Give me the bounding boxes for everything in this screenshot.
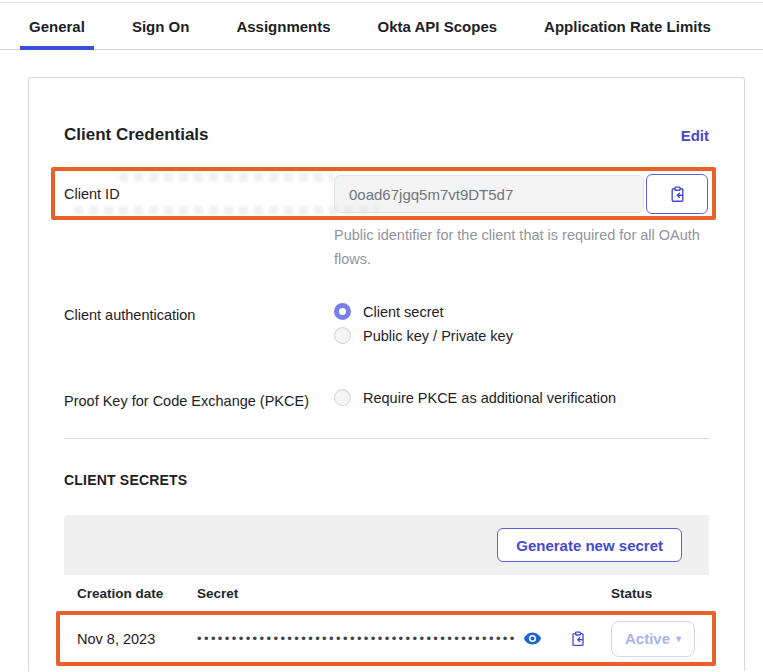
checkbox-unchecked-icon — [334, 389, 351, 406]
client-id-label: Client ID — [64, 186, 334, 202]
column-header-creation-date: Creation date — [64, 586, 197, 601]
client-secrets-heading: CLIENT SECRETS — [64, 472, 709, 488]
generate-new-secret-button[interactable]: Generate new secret — [497, 528, 682, 562]
clipboard-copy-icon — [570, 631, 586, 647]
tab-label: Okta API Scopes — [378, 18, 498, 35]
table-toolbar: Generate new secret — [64, 515, 709, 575]
column-header-status: Status — [611, 586, 709, 601]
blurred-redaction-artifact — [74, 206, 379, 215]
copy-secret-button[interactable] — [570, 631, 586, 647]
tab-application-rate-limits[interactable]: Application Rate Limits — [535, 3, 720, 49]
tab-sign-on[interactable]: Sign On — [123, 3, 199, 49]
client-authentication-options: Client secret Public key / Private key — [334, 297, 513, 344]
tab-label: Assignments — [236, 18, 330, 35]
app-tabbar: General Sign On Assignments Okta API Sco… — [0, 2, 763, 50]
client-id-help: Public identifier for the client that is… — [334, 223, 726, 271]
reveal-secret-button[interactable] — [523, 631, 542, 646]
tab-okta-api-scopes[interactable]: Okta API Scopes — [369, 3, 507, 49]
client-id-help-row: Public identifier for the client that is… — [334, 223, 726, 271]
tab-label: Sign On — [132, 18, 190, 35]
radio-label: Client secret — [363, 304, 444, 320]
table-header-row: Creation date Secret Status — [64, 575, 709, 613]
column-header-secret: Secret — [197, 586, 611, 601]
pkce-row: Proof Key for Code Exchange (PKCE) Requi… — [64, 383, 709, 409]
clipboard-copy-icon — [669, 186, 686, 203]
tab-label: Application Rate Limits — [544, 18, 711, 35]
client-secrets-table: Generate new secret Creation date Secret… — [64, 515, 709, 665]
section-divider — [64, 438, 709, 439]
radio-client-secret[interactable]: Client secret — [334, 303, 513, 320]
checkbox-require-pkce[interactable]: Require PKCE as additional verification — [334, 383, 616, 406]
radio-selected-icon — [334, 303, 351, 320]
chevron-down-icon: ▾ — [676, 634, 681, 644]
tab-general[interactable]: General — [20, 3, 94, 49]
masked-secret-value: ••••••••••••••••••••••••••••••••••••••••… — [197, 632, 517, 645]
section-title: Client Credentials — [64, 125, 209, 145]
radio-unselected-icon — [334, 327, 351, 344]
checkbox-label: Require PKCE as additional verification — [363, 390, 616, 406]
general-settings-panel: Client Credentials Edit Client ID Public… — [28, 77, 745, 671]
status-badge: Active — [625, 630, 670, 647]
client-id-input[interactable] — [334, 175, 644, 213]
secret-cell: ••••••••••••••••••••••••••••••••••••••••… — [197, 631, 611, 647]
status-cell: Active ▾ — [611, 621, 709, 657]
creation-date-cell: Nov 8, 2023 — [64, 631, 197, 647]
secret-table-row: Nov 8, 2023 ••••••••••••••••••••••••••••… — [64, 613, 709, 665]
radio-label: Public key / Private key — [363, 328, 513, 344]
tab-label: General — [29, 18, 85, 35]
pkce-label: Proof Key for Code Exchange (PKCE) — [64, 383, 334, 409]
eye-icon — [523, 631, 542, 646]
client-authentication-label: Client authentication — [64, 297, 334, 323]
client-authentication-row: Client authentication Client secret Publ… — [64, 297, 709, 344]
client-id-row: Client ID — [64, 174, 709, 214]
radio-public-private-key[interactable]: Public key / Private key — [334, 327, 513, 344]
client-credentials-header: Client Credentials Edit — [64, 125, 709, 145]
edit-link[interactable]: Edit — [681, 127, 709, 144]
tab-assignments[interactable]: Assignments — [227, 3, 339, 49]
copy-client-id-button[interactable] — [646, 174, 708, 214]
status-dropdown[interactable]: Active ▾ — [611, 621, 695, 657]
client-id-field-group — [334, 174, 709, 214]
active-tab-underline — [20, 46, 94, 50]
blurred-redaction-artifact — [119, 173, 334, 182]
